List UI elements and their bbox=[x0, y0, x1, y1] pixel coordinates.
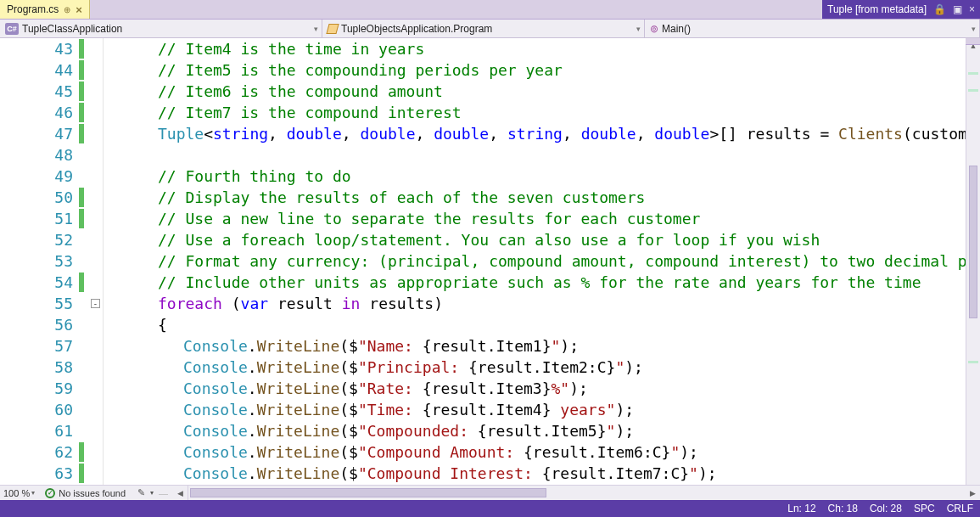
line-number: 58 bbox=[0, 357, 73, 378]
code-line[interactable]: // Use a foreach loop/statement. You can… bbox=[107, 229, 966, 250]
editor-tools[interactable]: ✎ ▾ ― bbox=[132, 487, 173, 498]
code-line[interactable]: // Item5 is the compounding periods per … bbox=[107, 59, 966, 81]
code-line[interactable]: foreach (var result in results) bbox=[107, 293, 966, 314]
code-surface[interactable]: // Item4 is the time in years// Item5 is… bbox=[104, 38, 966, 500]
code-line[interactable]: // Item7 is the compound interest bbox=[107, 102, 966, 123]
csharp-icon: C# bbox=[5, 23, 19, 35]
line-number: 49 bbox=[0, 166, 73, 187]
close-icon[interactable]: × bbox=[969, 3, 975, 15]
error-indicator[interactable]: ✓ No issues found bbox=[38, 488, 132, 498]
horizontal-scrollbar[interactable] bbox=[188, 486, 966, 500]
outlining-margin: - bbox=[88, 38, 104, 500]
scroll-thumb[interactable] bbox=[190, 488, 546, 497]
line-number: 53 bbox=[0, 250, 73, 272]
health-text: No issues found bbox=[59, 488, 126, 498]
line-number: 54 bbox=[0, 272, 73, 293]
line-number: 56 bbox=[0, 314, 73, 335]
change-marker bbox=[79, 464, 84, 483]
code-line[interactable]: // Item6 is the compound amount bbox=[107, 81, 966, 102]
line-number: 50 bbox=[0, 187, 73, 208]
code-line[interactable]: Console.WriteLine($"Rate: {result.Item3}… bbox=[107, 378, 966, 399]
change-marker bbox=[79, 103, 84, 122]
status-eol[interactable]: CRLF bbox=[947, 503, 973, 514]
chevron-down-icon: ▾ bbox=[150, 489, 154, 497]
class-icon bbox=[326, 24, 339, 34]
line-number: 63 bbox=[0, 463, 73, 484]
member-name: Main() bbox=[662, 23, 691, 35]
project-name: TupleClassApplication bbox=[22, 23, 122, 35]
code-line[interactable]: Console.WriteLine($"Time: {result.Item4}… bbox=[107, 399, 966, 420]
lock-icon: 🔒 bbox=[933, 3, 946, 15]
line-number: 52 bbox=[0, 229, 73, 250]
zoom-value: 100 % bbox=[3, 488, 30, 498]
status-bar: Ln: 12 Ch: 18 Col: 28 SPC CRLF bbox=[0, 500, 980, 517]
preview-tab[interactable]: Tuple [from metadata] 🔒 ▣ × bbox=[822, 0, 980, 19]
member-dropdown[interactable]: ⊚ Main() ▾ bbox=[645, 20, 980, 37]
document-tab-title: Program.cs bbox=[7, 3, 59, 15]
line-number: 46 bbox=[0, 102, 73, 123]
close-icon[interactable]: × bbox=[76, 3, 82, 16]
class-name: TupleObjectsApplication.Program bbox=[341, 23, 492, 35]
line-number: 61 bbox=[0, 420, 73, 441]
change-marker bbox=[79, 442, 84, 462]
zoom-dropdown[interactable]: 100 % ▾ bbox=[0, 488, 38, 498]
line-number: 55 bbox=[0, 293, 73, 314]
change-marker bbox=[79, 60, 84, 80]
scroll-thumb[interactable] bbox=[969, 166, 977, 318]
code-line[interactable]: Console.WriteLine($"Compound Interest: {… bbox=[107, 463, 966, 484]
code-line[interactable]: // Use a new line to separate the result… bbox=[107, 208, 966, 229]
line-number: 51 bbox=[0, 208, 73, 229]
project-dropdown[interactable]: C# TupleClassApplication ▾ bbox=[0, 20, 322, 37]
preview-tab-title: Tuple [from metadata] bbox=[827, 3, 927, 15]
code-line[interactable]: Tuple<string, double, double, double, st… bbox=[107, 123, 966, 144]
line-number: 48 bbox=[0, 144, 73, 166]
change-marker bbox=[79, 209, 84, 228]
code-line[interactable]: // Fourth thing to do bbox=[107, 166, 966, 187]
line-number: 43 bbox=[0, 38, 73, 59]
code-line[interactable]: // Display the results of each of the se… bbox=[107, 187, 966, 208]
method-icon: ⊚ bbox=[650, 23, 658, 35]
navigation-bar: C# TupleClassApplication ▾ TupleObjectsA… bbox=[0, 20, 980, 38]
chevron-down-icon: ▾ bbox=[314, 25, 318, 33]
split-handle[interactable] bbox=[966, 38, 980, 45]
promote-icon[interactable]: ▣ bbox=[953, 3, 962, 15]
line-number: 57 bbox=[0, 335, 73, 357]
line-number: 47 bbox=[0, 123, 73, 144]
code-line[interactable]: // Item4 is the time in years bbox=[107, 38, 966, 59]
change-marker bbox=[79, 273, 84, 292]
change-marker bbox=[79, 81, 84, 101]
code-line[interactable] bbox=[107, 144, 966, 166]
class-dropdown[interactable]: TupleObjectsApplication.Program ▾ bbox=[322, 20, 645, 37]
code-editor[interactable]: 4344454647484950515253545556575859606162… bbox=[0, 38, 980, 500]
chevron-down-icon: ▾ bbox=[636, 25, 641, 33]
code-line[interactable]: Console.WriteLine($"Compounded: {result.… bbox=[107, 420, 966, 441]
scroll-right-icon[interactable]: ▶ bbox=[966, 489, 980, 497]
editor-bottom-strip: 100 % ▾ ✓ No issues found ✎ ▾ ― ◀ ▶ bbox=[0, 485, 980, 500]
pin-icon[interactable]: ⊕ bbox=[64, 5, 70, 14]
line-number: 44 bbox=[0, 59, 73, 81]
change-marker-margin bbox=[78, 38, 88, 500]
screwdriver-icon: ✎ bbox=[137, 487, 145, 498]
status-indent[interactable]: SPC bbox=[914, 503, 935, 514]
scroll-left-icon[interactable]: ◀ bbox=[173, 489, 188, 497]
code-line[interactable]: Console.WriteLine($"Name: {result.Item1}… bbox=[107, 335, 966, 357]
code-line[interactable]: // Include other units as appropriate su… bbox=[107, 272, 966, 293]
status-column[interactable]: Col: 28 bbox=[870, 503, 902, 514]
code-line[interactable]: { bbox=[107, 314, 966, 335]
collapse-icon[interactable]: - bbox=[91, 299, 100, 308]
change-marker bbox=[79, 39, 84, 59]
check-icon: ✓ bbox=[45, 488, 55, 498]
code-line[interactable]: Console.WriteLine($"Principal: {result.I… bbox=[107, 357, 966, 378]
vertical-scrollbar[interactable]: ▲ ▼ bbox=[966, 38, 980, 500]
status-line[interactable]: Ln: 12 bbox=[787, 503, 815, 514]
document-tab-active[interactable]: Program.cs ⊕ × bbox=[0, 0, 90, 19]
status-char[interactable]: Ch: 18 bbox=[828, 503, 858, 514]
line-number-gutter: 4344454647484950515253545556575859606162… bbox=[0, 38, 78, 500]
code-line[interactable]: Console.WriteLine($"Compound Amount: {re… bbox=[107, 441, 966, 463]
change-marker bbox=[79, 188, 84, 207]
line-number: 60 bbox=[0, 399, 73, 420]
chevron-down-icon: ▾ bbox=[31, 489, 35, 497]
change-marker bbox=[79, 124, 84, 143]
code-line[interactable]: // Format any currency: (principal, comp… bbox=[107, 250, 966, 272]
line-number: 45 bbox=[0, 81, 73, 102]
